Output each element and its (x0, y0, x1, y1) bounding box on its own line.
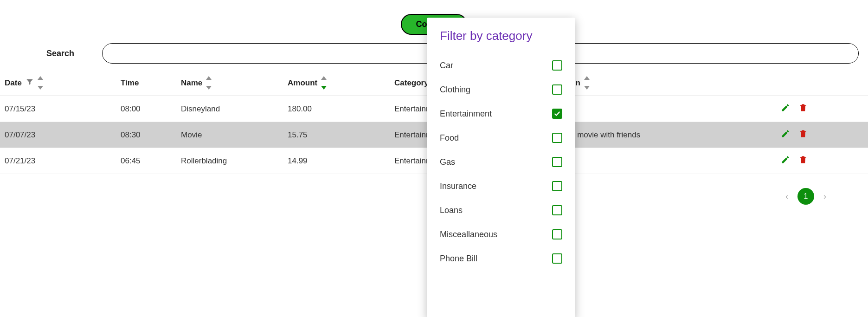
checkbox-icon[interactable] (552, 60, 562, 71)
checkbox-icon[interactable] (552, 157, 562, 167)
svg-marker-1 (38, 86, 43, 90)
page-number[interactable]: 1 (797, 188, 814, 205)
delete-icon[interactable] (798, 155, 808, 167)
cell-name: Rollerblading (181, 156, 288, 166)
filter-option-miscellaneous[interactable]: Misceallaneous (440, 222, 562, 246)
edit-icon[interactable] (781, 129, 790, 141)
filter-option-label: Car (440, 61, 453, 71)
sort-amount[interactable] (321, 76, 327, 90)
filter-option-phone-bill[interactable]: Phone Bill (440, 246, 562, 271)
page-prev[interactable]: ‹ (785, 192, 788, 201)
checkbox-icon[interactable] (552, 229, 562, 239)
svg-marker-7 (584, 86, 590, 90)
cell-name: Movie (181, 130, 288, 140)
svg-marker-2 (206, 76, 212, 80)
column-header-time[interactable]: Time (121, 78, 139, 88)
checkbox-icon[interactable] (552, 133, 562, 143)
edit-icon[interactable] (781, 155, 790, 167)
svg-marker-0 (38, 76, 43, 80)
page-next[interactable]: › (823, 192, 826, 201)
filter-option-label: Gas (440, 157, 455, 167)
checkbox-icon[interactable] (552, 253, 562, 264)
filter-option-label: Loans (440, 206, 463, 215)
filter-option-clothing[interactable]: Clothing (440, 78, 562, 102)
filter-option-label: Insurance (440, 181, 476, 191)
svg-marker-4 (321, 76, 327, 80)
filter-option-food[interactable]: Food (440, 126, 562, 150)
svg-marker-6 (584, 76, 590, 80)
filter-option-label: Clothing (440, 85, 470, 95)
filter-option-label: Phone Bill (440, 254, 477, 264)
cell-time: 06:45 (121, 156, 181, 166)
cell-date: 07/15/23 (5, 104, 121, 114)
checkbox-icon[interactable] (552, 181, 562, 191)
column-header-date[interactable]: Date (5, 78, 22, 88)
filter-option-label: Food (440, 133, 459, 143)
filter-icon[interactable] (26, 78, 34, 88)
svg-marker-3 (206, 86, 212, 90)
sort-name[interactable] (206, 76, 212, 90)
cell-amount: 180.00 (288, 104, 394, 114)
checkbox-icon[interactable] (552, 205, 562, 215)
search-label: Search (46, 49, 74, 58)
checkbox-icon[interactable] (552, 109, 562, 119)
filter-popover-title: Filter by category (440, 29, 562, 43)
filter-option-insurance[interactable]: Insurance (440, 174, 562, 198)
cell-name: Disneyland (181, 104, 288, 114)
cell-amount: 15.75 (288, 130, 394, 140)
cell-description: e movie with friends (571, 130, 710, 140)
filter-option-loans[interactable]: Loans (440, 198, 562, 222)
delete-icon[interactable] (798, 129, 808, 141)
sort-description[interactable] (584, 76, 590, 90)
filter-option-gas[interactable]: Gas (440, 150, 562, 174)
column-header-amount[interactable]: Amount (288, 78, 317, 88)
filter-option-label: Misceallaneous (440, 230, 497, 239)
cell-amount: 14.99 (288, 156, 394, 166)
delete-icon[interactable] (798, 103, 808, 115)
cell-date: 07/07/23 (5, 130, 121, 140)
cell-time: 08:00 (121, 104, 181, 114)
column-header-name[interactable]: Name (181, 78, 202, 88)
filter-option-car[interactable]: Car (440, 53, 562, 78)
checkbox-icon[interactable] (552, 84, 562, 95)
cell-time: 08:30 (121, 130, 181, 140)
filter-option-label: Entertainment (440, 109, 492, 119)
edit-icon[interactable] (781, 103, 790, 115)
sort-date[interactable] (38, 76, 43, 90)
category-filter-popover: Filter by category Car Clothing Entertai… (427, 18, 575, 317)
cell-date: 07/21/23 (5, 156, 121, 166)
filter-option-entertainment[interactable]: Entertainment (440, 102, 562, 126)
svg-marker-5 (321, 86, 327, 90)
column-header-category[interactable]: Category (394, 78, 429, 88)
